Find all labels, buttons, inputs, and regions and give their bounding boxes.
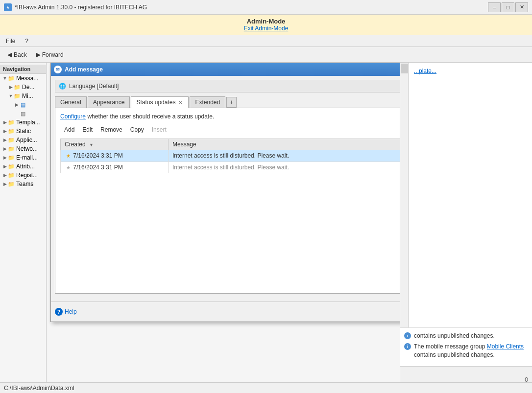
row-created-value: 7/16/2024 3:31 PM	[73, 152, 122, 159]
sidebar-item-registry[interactable]: ▶ 📁 Regist...	[0, 171, 46, 180]
info-icon: i	[404, 343, 411, 350]
expand-arrow-icon: ▶	[2, 119, 8, 125]
menu-help[interactable]: ?	[23, 37, 30, 46]
expand-arrow-icon: ▶	[2, 181, 8, 187]
insert-button: Insert	[148, 125, 170, 135]
expand-arrow-icon: ▶	[2, 137, 8, 143]
help-link[interactable]: ? Help	[55, 308, 77, 316]
dialog-title-content: ✉ Add message	[54, 66, 103, 73]
sidebar-item-attributes[interactable]: ▶ 📁 Attrib...	[0, 162, 46, 171]
configure-link[interactable]: Configure	[60, 113, 86, 120]
expand-arrow-icon: ▼	[2, 75, 8, 81]
expand-arrow-icon: ▶	[2, 163, 8, 169]
sidebar-item-mi[interactable]: ▼ 📁 Mi...	[0, 92, 46, 100]
expand-arrow-icon: ▶	[2, 146, 8, 152]
sort-arrow-icon: ▼	[89, 142, 94, 147]
sidebar-item-sub1[interactable]: ▶ ▦	[0, 100, 46, 109]
language-label: Language [Default]	[69, 83, 119, 90]
app-title: *IBI-aws Admin 1.30.0 - registered for I…	[15, 4, 147, 11]
sidebar-item-label: Applic...	[16, 137, 37, 143]
tab-general-label: General	[60, 99, 81, 106]
table-cell-created: ★ 7/16/2024 3:31 PM	[61, 150, 169, 162]
dialog-title: Add message	[65, 66, 103, 73]
folder-icon: 📁	[8, 181, 15, 187]
tab-status-updates[interactable]: Status updates ✕	[131, 96, 189, 108]
notification-row-1: i contains unpublished changes.	[404, 332, 528, 340]
tab-appearance-label: Appearance	[93, 99, 125, 106]
help-label: Help	[65, 308, 77, 315]
sidebar: Navigation ▼ 📁 Messa... ▶ 📁 De... ▼ 📁 Mi…	[0, 63, 47, 393]
folder-icon: 📁	[8, 75, 15, 82]
copy-button[interactable]: Copy	[126, 125, 148, 135]
sidebar-item-static[interactable]: ▶ 📁 Static	[0, 127, 46, 136]
notification-row-2: i The mobile message group Mobile Client…	[404, 343, 528, 359]
sidebar-item-label: Teams	[16, 181, 33, 187]
item-icon: ▦	[20, 110, 26, 117]
mobile-clients-link[interactable]: Mobile Clients	[487, 343, 524, 350]
folder-icon: 📁	[8, 119, 15, 126]
add-button[interactable]: Add	[60, 125, 78, 135]
notification-panel: ...plate... i contains unpublished chang…	[400, 63, 532, 393]
tab-general[interactable]: General	[55, 96, 87, 108]
exit-admin-mode-link[interactable]: Exit Admin-Mode	[3, 25, 529, 32]
sidebar-item-label: E-mail...	[16, 154, 38, 161]
status-path: C:\IBI-aws\Admin\Data.xml	[4, 385, 74, 392]
sidebar-item-label: Regist...	[16, 172, 38, 179]
forward-label: Forward	[42, 51, 64, 58]
folder-icon: 📁	[14, 84, 21, 91]
sidebar-item-label: Mi...	[22, 92, 33, 99]
info-icon: i	[404, 332, 411, 339]
sidebar-item-email[interactable]: ▶ 📁 E-mail...	[0, 153, 46, 162]
sidebar-item-de[interactable]: ▶ 📁 De...	[0, 83, 46, 92]
notification-messages: i contains unpublished changes. i The mo…	[400, 327, 532, 366]
close-button[interactable]: ✕	[515, 2, 528, 12]
forward-button[interactable]: ▶ Forward	[32, 49, 67, 60]
scrollbar-thumb[interactable]	[401, 64, 408, 73]
folder-icon: 📁	[8, 172, 15, 179]
tab-status-updates-label: Status updates	[136, 99, 175, 106]
sidebar-item-templates[interactable]: ▶ 📁 Templa...	[0, 118, 46, 127]
expand-arrow-icon: ▶	[2, 128, 8, 134]
forward-arrow-icon: ▶	[36, 51, 41, 58]
item-icon: ▦	[20, 101, 26, 108]
help-icon: ?	[55, 308, 63, 316]
folder-icon: 📁	[8, 154, 15, 161]
back-label: Back	[14, 51, 27, 58]
admin-banner: Admin-Mode Exit Admin-Mode	[0, 15, 532, 35]
tab-close-icon[interactable]: ✕	[177, 99, 183, 105]
edit-button[interactable]: Edit	[78, 125, 97, 135]
sidebar-item-applications[interactable]: ▶ 📁 Applic...	[0, 136, 46, 144]
menu-file[interactable]: File	[4, 37, 17, 46]
sidebar-item-label: De...	[22, 84, 34, 91]
tab-add-button[interactable]: +	[226, 97, 237, 108]
sidebar-item-label: Messa...	[16, 75, 38, 82]
back-arrow-icon: ◀	[7, 51, 12, 58]
update-template-link[interactable]: ...plate...	[414, 68, 528, 74]
menu-bar: File ?	[0, 35, 532, 47]
folder-icon: 📁	[8, 137, 15, 143]
sidebar-item-network[interactable]: ▶ 📁 Netwo...	[0, 144, 46, 153]
sidebar-item-sub2[interactable]: ▦	[0, 109, 46, 118]
maximize-button[interactable]: □	[502, 2, 514, 12]
notification-text-2: The mobile message group Mobile Clients …	[414, 343, 528, 359]
remove-button[interactable]: Remove	[97, 125, 126, 135]
tab-appearance[interactable]: Appearance	[88, 96, 130, 108]
sidebar-item-label: Netwo...	[16, 145, 38, 152]
sidebar-item-messages[interactable]: ▼ 📁 Messa...	[0, 74, 46, 83]
title-bar: ★ *IBI-aws Admin 1.30.0 - registered for…	[0, 0, 532, 15]
table-cell-created: ★ 7/16/2024 3:31 PM	[61, 162, 169, 173]
app-icon: ★	[4, 3, 12, 11]
nav-header: Navigation	[0, 65, 46, 74]
row-inactive-icon: ★	[65, 164, 72, 171]
dialog-icon: ✉	[54, 66, 62, 73]
main-window: ★ *IBI-aws Admin 1.30.0 - registered for…	[0, 0, 532, 393]
sidebar-item-teams[interactable]: ▶ 📁 Teams	[0, 180, 46, 188]
expand-arrow-icon: ▶	[2, 155, 8, 161]
minimize-button[interactable]: –	[488, 2, 501, 12]
tab-extended[interactable]: Extended	[190, 96, 225, 108]
expand-arrow-icon: ▶	[8, 84, 14, 90]
column-message-label: Message	[172, 141, 196, 148]
back-button[interactable]: ◀ Back	[4, 49, 30, 60]
expand-arrow-icon: ▶	[2, 172, 8, 178]
column-created[interactable]: Created ▼	[61, 139, 169, 150]
